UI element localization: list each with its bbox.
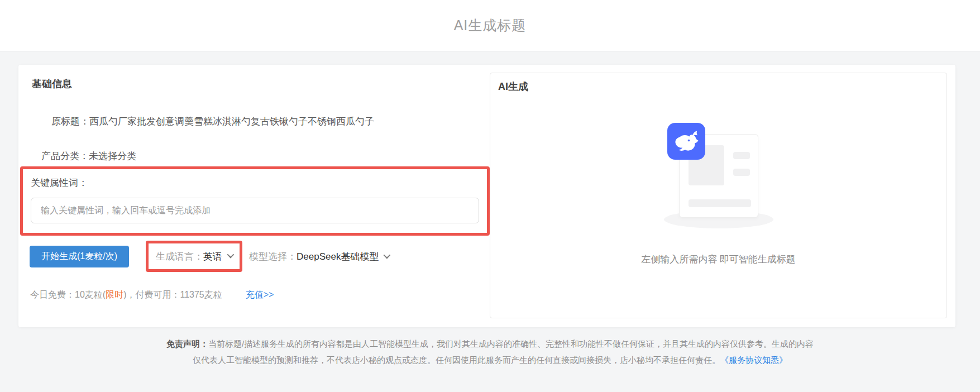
basic-info-section: 基础信息 原标题：西瓜勺厂家批发创意调羹雪糕冰淇淋勺复古铁锹勺子不锈钢西瓜勺子 … — [18, 65, 490, 327]
disclaimer-label: 免责声明： — [166, 339, 208, 348]
disclaimer-line2: 仅代表人工智能模型的预测和推荐，不代表店小秘的观点或态度。任何因使用此服务而产生… — [0, 352, 980, 368]
ai-generation-panel: AI生成 左侧输入所需内容 即可智能生成标题 — [490, 73, 947, 318]
disclaimer: 免责声明：当前标题/描述服务生成的所有内容都是由人工智能模型生成，我们对其生成内… — [0, 336, 980, 368]
product-category-value: 未选择分类 — [89, 151, 136, 161]
original-title-value: 西瓜勺厂家批发创意调羹雪糕冰淇淋勺复古铁锹勺子不锈钢西瓜勺子 — [89, 116, 374, 127]
credits-row: 今日免费：10麦粒(限时)，付费可用：11375麦粒充值>> — [30, 289, 274, 301]
doc-line-block — [733, 152, 750, 159]
disclaimer-text1: 当前标题/描述服务生成的所有内容都是由人工智能模型生成，我们对其生成内容的准确性… — [208, 339, 814, 348]
model-value: DeepSeek基础模型 — [297, 250, 379, 263]
basic-info-title: 基础信息 — [32, 77, 72, 90]
free-credits-amount: 10麦粒( — [75, 290, 106, 299]
free-credits-close: )， — [123, 290, 135, 299]
product-category-label: 产品分类： — [41, 151, 89, 161]
deepseek-whale-icon — [673, 128, 699, 154]
keywords-label: 关键属性词： — [31, 176, 479, 189]
free-credits-label: 今日免费： — [30, 290, 75, 299]
empty-state-illustration — [659, 120, 778, 234]
service-agreement-link[interactable]: 《服务协议知悉》 — [720, 355, 787, 365]
chevron-down-icon — [227, 251, 235, 259]
keywords-input[interactable] — [31, 198, 479, 223]
deepseek-badge — [667, 123, 705, 160]
model-label: 模型选择： — [249, 250, 297, 263]
language-value: 英语 — [203, 250, 222, 263]
disclaimer-line1: 免责声明：当前标题/描述服务生成的所有内容都是由人工智能模型生成，我们对其生成内… — [0, 336, 980, 352]
main-card: 基础信息 原标题：西瓜勺厂家批发创意调羹雪糕冰淇淋勺复古铁锹勺子不锈钢西瓜勺子 … — [18, 65, 955, 327]
model-select[interactable]: 模型选择：DeepSeek基础模型 — [249, 246, 389, 267]
chevron-down-icon — [384, 251, 391, 259]
page-header: AI生成标题 — [0, 0, 980, 51]
limited-time-tag: 限时 — [106, 290, 123, 299]
generate-button[interactable]: 开始生成(1麦粒/次) — [30, 246, 129, 267]
keywords-highlight-box: 关键属性词： — [20, 166, 490, 236]
paid-credits-label: 付费可用： — [135, 290, 180, 299]
doc-line-block — [689, 199, 751, 207]
language-highlight-box[interactable]: 生成语言：英语 — [146, 241, 242, 272]
doc-line-block — [733, 169, 750, 176]
disclaimer-text2: 仅代表人工智能模型的预测和推荐，不代表店小秘的观点或态度。任何因使用此服务而产生… — [193, 355, 720, 365]
original-title-label: 原标题： — [51, 116, 89, 127]
page-title: AI生成标题 — [454, 16, 527, 35]
recharge-link[interactable]: 充值>> — [246, 290, 274, 299]
product-category-row: 产品分类：未选择分类 — [41, 150, 136, 162]
ai-panel-caption: 左侧输入所需内容 即可智能生成标题 — [490, 253, 946, 266]
paid-credits-amount: 11375麦粒 — [180, 290, 222, 299]
language-label: 生成语言： — [156, 250, 203, 263]
ai-panel-title: AI生成 — [498, 80, 528, 93]
original-title-row: 原标题：西瓜勺厂家批发创意调羹雪糕冰淇淋勺复古铁锹勺子不锈钢西瓜勺子 — [51, 115, 374, 128]
